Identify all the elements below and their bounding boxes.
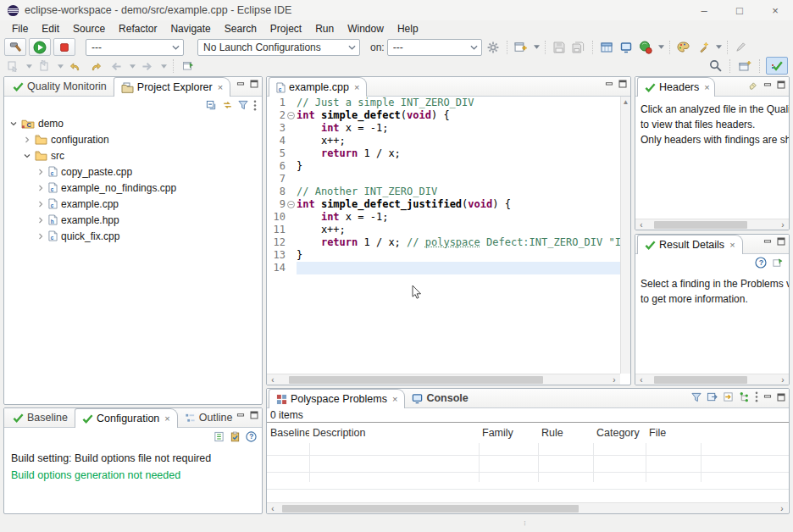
minimize-view-icon[interactable] (763, 81, 772, 89)
save-all-icon[interactable] (570, 39, 587, 56)
build-working-set-icon[interactable] (598, 39, 615, 56)
sash-handle[interactable]: ⁝ (524, 518, 527, 527)
run-button[interactable] (29, 38, 51, 56)
chevron-right-icon[interactable] (36, 232, 45, 241)
maximize-view-icon[interactable] (777, 393, 785, 402)
help-icon[interactable]: ? (755, 257, 767, 269)
column-header-description[interactable]: Description (309, 427, 479, 439)
maximize-view-icon[interactable] (618, 80, 627, 88)
scroll-right-icon[interactable]: › (777, 375, 789, 385)
code-line-14[interactable]: 14 (267, 262, 620, 274)
previous-annotation-dropdown-icon[interactable] (58, 64, 64, 69)
tab-example-cpp[interactable]: c example.cpp × (269, 77, 367, 97)
close-icon[interactable]: × (218, 82, 223, 92)
close-icon[interactable]: × (392, 394, 397, 404)
code-line-5[interactable]: 5 return 1 / x; (267, 147, 620, 160)
problems-horizontal-scrollbar[interactable]: ‹ › (267, 502, 788, 513)
run-analysis-dropdown-icon[interactable] (658, 45, 664, 49)
palette-icon[interactable] (675, 39, 692, 56)
window-maximize-button[interactable]: □ (722, 0, 757, 20)
tab-outline[interactable]: Outline (178, 408, 240, 427)
tree-item-quick-fix-cpp[interactable]: cquick_fix.cpp (4, 228, 262, 244)
editor-vertical-scrollbar[interactable]: ▲ (620, 97, 630, 374)
details-horizontal-scrollbar[interactable]: ‹ › (635, 374, 789, 385)
scroll-thumb[interactable] (654, 376, 747, 384)
filter-icon[interactable] (238, 100, 248, 110)
column-header-file[interactable]: File (646, 427, 701, 439)
scroll-left-icon[interactable]: ‹ (267, 504, 279, 513)
column-header-family[interactable]: Family (479, 427, 538, 439)
view-menu-icon[interactable] (253, 100, 257, 111)
maximize-view-icon[interactable] (250, 411, 258, 419)
group-tree-icon[interactable] (739, 391, 750, 402)
minimize-view-icon[interactable] (236, 80, 245, 88)
launch-target-combo[interactable]: --- (387, 39, 482, 56)
polyspace-perspective-button[interactable] (766, 57, 788, 75)
fold-collapse-icon[interactable]: – (286, 109, 297, 122)
menu-window[interactable]: Window (341, 21, 391, 36)
tree-item-demo[interactable]: Cdemo (4, 115, 262, 131)
tab-configuration[interactable]: Configuration × (75, 408, 178, 428)
code-line-4[interactable]: 4 x++; (267, 135, 620, 147)
scroll-right-icon[interactable]: › (776, 504, 788, 513)
chevron-right-icon[interactable] (36, 200, 45, 208)
forward-history-dropdown-icon[interactable] (161, 64, 167, 69)
column-header-rule[interactable]: Rule (538, 427, 593, 439)
chevron-right-icon[interactable] (36, 168, 45, 176)
scroll-thumb[interactable] (289, 376, 543, 384)
maximize-view-icon[interactable] (777, 237, 785, 246)
headers-horizontal-scrollbar[interactable]: ‹ › (635, 219, 789, 230)
problems-table[interactable]: BaselineDescriptionFamilyRuleCategoryFil… (267, 423, 789, 482)
search-icon[interactable] (707, 58, 724, 75)
tree-item-src[interactable]: src (4, 147, 262, 163)
code-line-2[interactable]: 2–int simple_defect(void) { (267, 109, 620, 122)
window-close-button[interactable]: × (757, 0, 793, 20)
code-line-11[interactable]: 11 x++; (267, 224, 620, 236)
menu-run[interactable]: Run (308, 21, 341, 36)
scroll-thumb[interactable] (282, 505, 579, 513)
collapse-all-icon[interactable] (206, 100, 217, 111)
back-history-dropdown-icon[interactable] (130, 64, 136, 69)
launch-configurations-combo[interactable]: No Launch Configurations (197, 39, 360, 56)
window-minimize-button[interactable]: – (686, 0, 722, 20)
scroll-left-icon[interactable]: ‹ (635, 375, 647, 385)
help-icon[interactable]: ? (246, 431, 257, 442)
scroll-right-icon[interactable]: › (777, 220, 789, 230)
close-icon[interactable]: × (704, 82, 709, 92)
code-line-3[interactable]: 3 int x = -1; (267, 122, 620, 135)
validate-config-icon[interactable] (230, 431, 241, 442)
tab-polyspace-problems[interactable]: Polyspace Problems × (269, 389, 405, 408)
fold-collapse-icon[interactable]: – (286, 198, 297, 211)
minimize-view-icon[interactable] (763, 238, 772, 246)
tab-result-details[interactable]: Result Details × (637, 235, 743, 254)
code-line-8[interactable]: 8// Another INT_ZERO_DIV (267, 186, 620, 198)
back-history-icon[interactable] (108, 58, 125, 75)
code-line-9[interactable]: 9–int simple_defect_justified(void) { (267, 198, 620, 211)
tree-item-example-no-findings-cpp[interactable]: cexample_no_findings.cpp (4, 180, 262, 196)
code-line-12[interactable]: 12 return 1 / x; // polyspace Defect:INT… (267, 236, 620, 249)
code-line-7[interactable]: 7 (267, 173, 620, 186)
build-all-button[interactable] (4, 38, 26, 56)
options-list-icon[interactable] (214, 431, 225, 442)
launch-settings-gear-icon[interactable] (485, 39, 502, 56)
menu-file[interactable]: File (5, 21, 35, 36)
next-annotation-icon[interactable] (4, 58, 21, 75)
forward-history-icon[interactable] (139, 58, 156, 75)
close-icon[interactable]: × (729, 240, 735, 250)
open-console-icon[interactable] (618, 39, 635, 56)
chevron-right-icon[interactable] (23, 136, 31, 144)
tab-baseline[interactable]: Baseline (6, 408, 75, 427)
minimize-view-icon[interactable] (763, 393, 772, 401)
menu-edit[interactable]: Edit (35, 21, 66, 36)
chevron-right-icon[interactable] (36, 216, 45, 224)
run-config-combo[interactable]: --- (86, 39, 184, 56)
chevron-down-icon[interactable] (9, 119, 18, 128)
menu-navigate[interactable]: Navigate (164, 21, 217, 36)
chevron-right-icon[interactable] (36, 184, 45, 192)
code-line-13[interactable]: 13} (267, 249, 620, 262)
annotate-pen-icon[interactable] (733, 39, 750, 56)
column-header-category[interactable]: Category (593, 427, 646, 439)
pin-view-icon[interactable] (772, 258, 784, 269)
last-edit-forward-icon[interactable] (87, 58, 104, 75)
tab-headers[interactable]: Headers × (637, 77, 715, 97)
